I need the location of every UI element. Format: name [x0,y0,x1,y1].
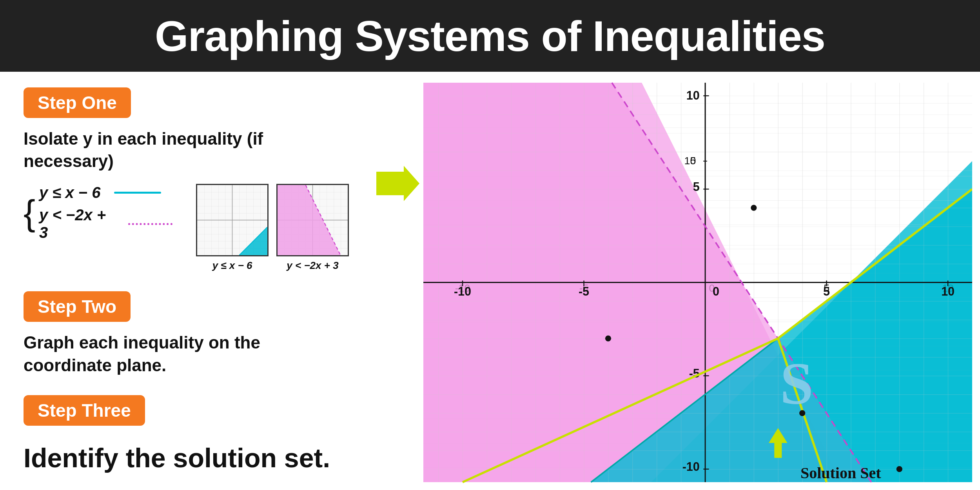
mini-graph-2-wrap: y < −2x + 3 [276,184,349,272]
svg-text:5: 5 [823,285,830,298]
svg-text:Solution Set: Solution Set [800,465,881,482]
right-arrow-icon [376,166,419,201]
svg-text:S: S [780,350,813,417]
right-area: -10 -5 0 5 10 10 [372,72,980,490]
svg-text:10: 10 [686,89,700,102]
mini-graph-2-svg [278,185,348,255]
coordinate-plane-overlay: -10 -5 0 5 10 10 5 -5 -10 [423,80,972,485]
equations-list: y ≤ x − 6 y < −2x + 3 [39,184,172,241]
equation-2-row: y < −2x + 3 [39,206,172,241]
step-two-description: Graph each inequality on the coordinate … [24,331,349,376]
brace-symbol: { [24,195,35,230]
mini-graph-2-label: y < −2x + 3 [287,260,338,272]
svg-text:0: 0 [713,285,719,298]
mini-graph-1-wrap: y ≤ x − 6 [196,184,269,272]
mini-graph-1-label: y ≤ x − 6 [212,260,252,272]
svg-point-63 [799,410,805,416]
main-content: Step One Isolate y in each inequality (i… [0,72,980,490]
svg-point-61 [751,205,757,211]
step-one-badge: Step One [24,87,131,118]
page-title: Graphing Systems of Inequalities [24,11,956,61]
inequalities-block: { y ≤ x − 6 y < −2x + 3 [24,184,349,272]
left-panel: Step One Isolate y in each inequality (i… [0,72,372,490]
mini-graph-2 [276,184,349,256]
page-header: Graphing Systems of Inequalities [0,0,980,72]
mini-graph-1 [196,184,269,256]
svg-text:5: 5 [693,180,700,193]
step-three-description: Identify the solution set. [24,442,349,474]
svg-text:10: 10 [941,285,955,298]
svg-point-62 [605,336,611,341]
svg-text:-5: -5 [579,285,589,298]
mini-graph-1-svg [197,185,267,255]
svg-marker-11 [376,166,419,201]
equation-1-text: y ≤ x − 6 [39,184,101,201]
step-one-description: Isolate y in each inequality (if necessa… [24,127,349,172]
cyan-line-indicator [114,192,161,194]
svg-text:-10: -10 [454,285,471,298]
arrow-container [372,166,423,201]
equation-2-text: y < −2x + 3 [39,206,114,241]
step-two-badge: Step Two [24,291,131,322]
coordinate-plane: -10 -5 0 5 10 10 [423,80,972,485]
magenta-dotted-line-indicator [128,223,172,225]
step-three-badge: Step Three [24,395,145,426]
svg-text:-10: -10 [682,460,700,473]
brace-system: { y ≤ x − 6 y < −2x + 3 [24,184,172,241]
equation-1-row: y ≤ x − 6 [39,184,172,201]
svg-point-64 [897,466,902,472]
mini-graphs-container: y ≤ x − 6 [196,184,349,272]
